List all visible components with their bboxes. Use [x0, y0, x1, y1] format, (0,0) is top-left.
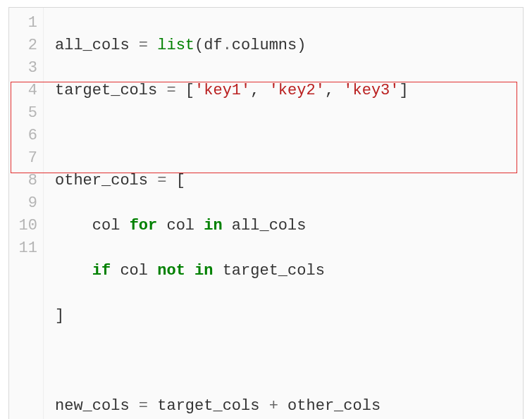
line-number-gutter: 1 2 3 4 5 6 7 8 9 10 11	[9, 8, 44, 419]
code-line	[55, 125, 513, 147]
code-line: col for col in all_cols	[55, 215, 513, 237]
line-number: 1	[9, 12, 43, 35]
code-line: ]	[55, 305, 513, 327]
line-number: 7	[9, 147, 43, 170]
code-line: other_cols = [	[55, 170, 513, 192]
line-number: 5	[9, 102, 43, 125]
line-number: 2	[9, 35, 43, 57]
line-number: 9	[9, 192, 43, 215]
line-number: 11	[9, 237, 43, 260]
code-line: all_cols = list(df.columns)	[55, 35, 513, 57]
line-number: 4	[9, 80, 43, 102]
code-line	[55, 350, 513, 373]
code-line: target_cols = ['key1', 'key2', 'key3']	[55, 80, 513, 102]
code-block: 1 2 3 4 5 6 7 8 9 10 11 all_cols = list(…	[8, 7, 524, 419]
code-line: if col not in target_cols	[55, 260, 513, 282]
line-number: 10	[9, 215, 43, 237]
line-number: 6	[9, 125, 43, 147]
line-number: 3	[9, 57, 43, 80]
line-number: 8	[9, 170, 43, 192]
code-content: all_cols = list(df.columns) target_cols …	[44, 8, 523, 419]
code-line: new_cols = target_cols + other_cols	[55, 395, 513, 418]
